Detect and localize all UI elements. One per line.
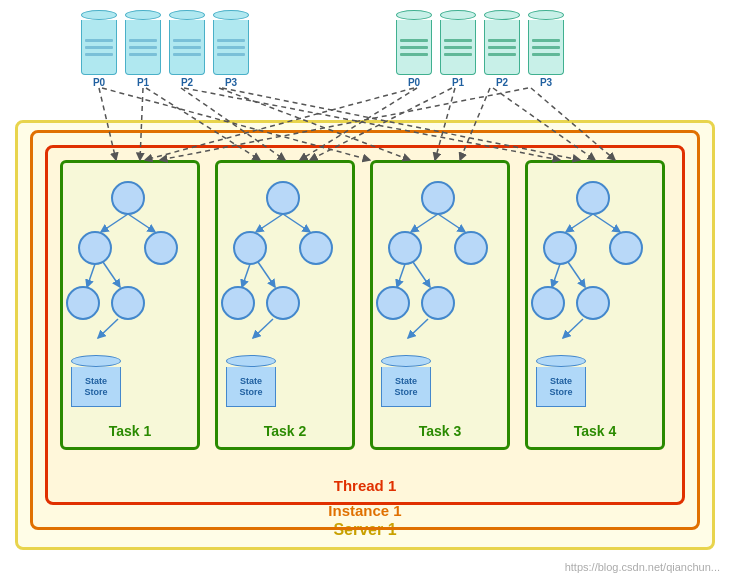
cyl-top (528, 10, 564, 20)
cyl-body (528, 20, 564, 75)
svg-point-32 (610, 232, 642, 264)
cyl-body (440, 20, 476, 75)
cyl-body (396, 20, 432, 75)
cyl-body (125, 20, 161, 75)
svg-line-17 (242, 264, 250, 287)
task-box-1: StateStore Task 1 (60, 160, 200, 450)
cyl-top (440, 10, 476, 20)
svg-point-14 (267, 287, 299, 319)
partition-label: P1 (452, 77, 464, 88)
svg-point-24 (422, 287, 454, 319)
task-3-label: Task 3 (419, 423, 462, 439)
task-2-label: Task 2 (264, 423, 307, 439)
svg-point-33 (532, 287, 564, 319)
svg-point-1 (79, 232, 111, 264)
svg-line-6 (128, 214, 155, 232)
cyl-body (213, 20, 249, 75)
svg-line-36 (593, 214, 620, 232)
svg-line-28 (413, 262, 430, 287)
svg-point-30 (577, 182, 609, 214)
svg-line-19 (253, 319, 273, 338)
partition-group-2: P0 P1 P2 (395, 10, 565, 88)
svg-line-29 (408, 319, 428, 338)
svg-point-13 (222, 287, 254, 319)
svg-point-21 (389, 232, 421, 264)
state-store-label: StateStore (239, 376, 262, 398)
cyl-top (396, 10, 432, 20)
task-4-label: Task 4 (574, 423, 617, 439)
svg-line-25 (411, 214, 438, 232)
state-store-label: StateStore (549, 376, 572, 398)
svg-point-31 (544, 232, 576, 264)
svg-line-27 (397, 264, 405, 287)
partition-label: P0 (408, 77, 420, 88)
svg-point-3 (67, 287, 99, 319)
svg-line-15 (256, 214, 283, 232)
svg-point-22 (455, 232, 487, 264)
task-box-3: StateStore Task 3 (370, 160, 510, 450)
state-store-3: StateStore (381, 355, 431, 407)
state-store-label: StateStore (394, 376, 417, 398)
svg-line-39 (563, 319, 583, 338)
partition-p3-g2: P3 (527, 10, 565, 88)
svg-point-0 (112, 182, 144, 214)
cyl-top (169, 10, 205, 20)
svg-line-7 (87, 264, 95, 287)
thread-label: Thread 1 (334, 477, 397, 494)
partition-group-1: P0 P1 P2 (80, 10, 250, 88)
svg-line-18 (258, 262, 275, 287)
diagram-container: P0 P1 P2 (0, 0, 730, 578)
svg-line-38 (568, 262, 585, 287)
partition-label: P1 (137, 77, 149, 88)
partition-label: P3 (540, 77, 552, 88)
svg-point-23 (377, 287, 409, 319)
task-box-2: StateStore Task 2 (215, 160, 355, 450)
svg-line-16 (283, 214, 310, 232)
cyl-top (81, 10, 117, 20)
state-store-1: StateStore (71, 355, 121, 407)
cyl-top (484, 10, 520, 20)
partition-p3-g1: P3 (212, 10, 250, 88)
partition-p1-g2: P1 (439, 10, 477, 88)
state-store-4: StateStore (536, 355, 586, 407)
svg-point-34 (577, 287, 609, 319)
svg-point-11 (234, 232, 266, 264)
partition-p0-g2: P0 (395, 10, 433, 88)
partition-p2-g2: P2 (483, 10, 521, 88)
cyl-body (81, 20, 117, 75)
partition-p0-g1: P0 (80, 10, 118, 88)
partition-p1-g1: P1 (124, 10, 162, 88)
svg-point-10 (267, 182, 299, 214)
svg-point-20 (422, 182, 454, 214)
svg-point-4 (112, 287, 144, 319)
svg-line-35 (566, 214, 593, 232)
partition-label: P3 (225, 77, 237, 88)
svg-point-2 (145, 232, 177, 264)
partition-label: P0 (93, 77, 105, 88)
state-store-label: StateStore (84, 376, 107, 398)
svg-line-9 (98, 319, 118, 338)
svg-line-37 (552, 264, 560, 287)
partition-label: P2 (181, 77, 193, 88)
svg-line-26 (438, 214, 465, 232)
state-store-2: StateStore (226, 355, 276, 407)
watermark: https://blog.csdn.net/qianchun... (565, 561, 720, 573)
svg-line-8 (103, 262, 120, 287)
svg-point-12 (300, 232, 332, 264)
partition-p2-g1: P2 (168, 10, 206, 88)
cyl-body (169, 20, 205, 75)
cyl-top (213, 10, 249, 20)
task-box-4: StateStore Task 4 (525, 160, 665, 450)
cyl-body (484, 20, 520, 75)
task-1-label: Task 1 (109, 423, 152, 439)
partition-label: P2 (496, 77, 508, 88)
cyl-top (125, 10, 161, 20)
svg-line-5 (101, 214, 128, 232)
